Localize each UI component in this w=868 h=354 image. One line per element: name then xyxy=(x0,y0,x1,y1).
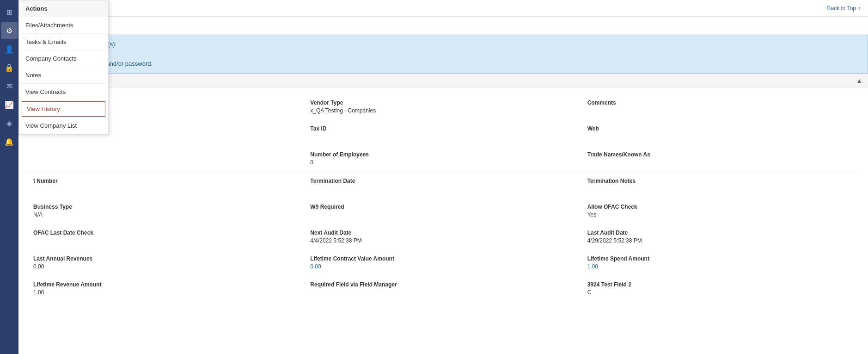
field-value-test-field-2: C xyxy=(587,289,853,296)
person-icon[interactable]: 👤 xyxy=(1,41,18,57)
field-label-term-notes: Termination Notes xyxy=(587,178,853,184)
field-label-num: t Number xyxy=(33,178,299,184)
field-cell-last-annual: Last Annual Revenues 0.00 xyxy=(28,251,305,277)
alert-line1: e following validation message(s): xyxy=(26,40,860,50)
envelope-icon[interactable]: ✉ xyxy=(1,78,18,94)
field-label-next-audit: Next Audit Date xyxy=(310,230,576,236)
field-label-term-date: Termination Date xyxy=(310,178,576,184)
section-header: ▲ xyxy=(18,74,868,87)
field-label-web: Web xyxy=(587,125,853,132)
menu-item-history[interactable]: View History xyxy=(22,101,105,117)
connect-icon[interactable]: ◈ xyxy=(1,115,18,131)
main-content: Company Details Back to Top ↑ Actions fo… xyxy=(18,0,868,354)
menu-item-notes[interactable]: Notes xyxy=(19,67,108,84)
field-label-vendor-type: Vendor Type xyxy=(310,99,576,106)
field-cell-next-audit: Next Audit Date 4/4/2022 5:52:38 PM xyxy=(305,225,581,251)
fields-grid: 2 Vendor Type x_QA Testing - Companies C… xyxy=(28,95,859,303)
field-label-num-employees: Number of Employees xyxy=(310,151,576,158)
field-label-required-field: Required Field via Field Manager xyxy=(310,281,576,288)
field-cell-w9: W9 Required xyxy=(305,199,581,225)
field-value-last-audit: 4/29/2022 5:52:38 PM xyxy=(587,237,853,244)
field-value-lifetime-contract: 0.00 xyxy=(310,263,576,270)
field-cell-num-employees: Number of Employees 0 xyxy=(305,147,581,173)
field-cell-comments: Comments xyxy=(582,95,859,121)
menu-item-contacts[interactable]: Company Contacts xyxy=(19,50,108,67)
field-cell-term-notes: Termination Notes xyxy=(582,173,859,199)
field-cell-ofac-last-date: OFAC Last Date Check xyxy=(28,225,305,251)
field-label-w9: W9 Required xyxy=(310,204,576,210)
field-value-last-annual: 0.00 xyxy=(33,263,299,270)
settings-icon[interactable]: ⚙ xyxy=(1,22,18,39)
field-cell-test-field-2: 3924 Test Field 2 C xyxy=(582,277,859,303)
actions-dropdown-menu: Actions Files/Attachments Tasks & Emails… xyxy=(18,0,109,135)
field-value-business-type: N/A xyxy=(33,211,299,218)
content-area: 2 Vendor Type x_QA Testing - Companies C… xyxy=(18,87,868,354)
field-label-lifetime-contract: Lifetime Contract Value Amount xyxy=(310,255,576,262)
field-cell-vendor-type: Vendor Type x_QA Testing - Companies xyxy=(305,95,581,121)
field-label-lifetime-spend: Lifetime Spend Amount xyxy=(587,255,853,262)
icon-sidebar: ⊞ ⚙ 👤 🔒 ✉ 📈 ◈ 🔔 xyxy=(0,0,18,354)
field-cell-lifetime-contract: Lifetime Contract Value Amount 0.00 xyxy=(305,251,581,277)
field-label-trade-names: Trade Names/Known As xyxy=(587,151,853,158)
alert-line2: t Box is missing a value xyxy=(26,50,860,59)
field-label-last-annual: Last Annual Revenues xyxy=(33,255,299,262)
field-label-comments: Comments xyxy=(587,99,853,106)
menu-item-contracts[interactable]: View Contracts xyxy=(19,84,108,100)
field-cell-tax-id: Tax ID xyxy=(305,121,581,147)
field-cell-last-audit: Last Audit Date 4/29/2022 5:52:38 PM xyxy=(582,225,859,251)
field-value-ofac-check: Yes xyxy=(587,211,853,218)
field-label-last-audit: Last Audit Date xyxy=(587,230,853,236)
field-value-lifetime-revenue: 1.00 xyxy=(33,289,299,296)
chevron-up-icon[interactable]: ▲ xyxy=(856,77,862,84)
menu-item-company-list[interactable]: View Company List xyxy=(19,118,108,134)
alert-icon[interactable]: 🔔 xyxy=(1,133,18,150)
field-cell-business-type: Business Type N/A xyxy=(28,199,305,225)
field-cell-ofac-check: Allow OFAC Check Yes xyxy=(582,199,859,225)
actions-bar: Actions for this Record xyxy=(18,17,868,35)
chart-icon[interactable]: 📈 xyxy=(1,96,18,113)
top-bar: Company Details Back to Top ↑ xyxy=(18,0,868,17)
field-label-tax-id: Tax ID xyxy=(310,125,576,132)
alert-line3: t(s) missing email, username, and/or pas… xyxy=(26,59,860,69)
field-cell-web: Web xyxy=(582,121,859,147)
dropdown-header: Actions xyxy=(19,0,108,17)
menu-item-files[interactable]: Files/Attachments xyxy=(19,17,108,34)
field-cell-num: t Number xyxy=(28,173,305,199)
field-value-num-employees: 0 xyxy=(310,159,576,166)
up-arrow-icon: ↑ xyxy=(858,5,861,12)
field-cell-trade-names: Trade Names/Known As xyxy=(582,147,859,173)
grid-icon[interactable]: ⊞ xyxy=(1,4,18,20)
back-to-top-label: Back to Top xyxy=(827,5,856,12)
validation-alert: e following validation message(s): t Box… xyxy=(18,35,868,74)
field-cell-required-field: Required Field via Field Manager xyxy=(305,277,581,303)
field-cell-lifetime-spend: Lifetime Spend Amount 1.00 xyxy=(582,251,859,277)
field-cell-term-date: Termination Date xyxy=(305,173,581,199)
field-label-ofac-last-date: OFAC Last Date Check xyxy=(33,230,299,236)
field-value-vendor-type: x_QA Testing - Companies xyxy=(310,107,576,114)
field-label-business-type: Business Type xyxy=(33,204,299,210)
field-label-lifetime-revenue: Lifetime Revenue Amount xyxy=(33,281,299,288)
field-cell-lifetime-revenue: Lifetime Revenue Amount 1.00 xyxy=(28,277,305,303)
menu-item-tasks[interactable]: Tasks & Emails xyxy=(19,34,108,50)
back-to-top-button[interactable]: Back to Top ↑ xyxy=(827,5,861,12)
lock-icon[interactable]: 🔒 xyxy=(1,59,18,76)
field-label-ofac-check: Allow OFAC Check xyxy=(587,204,853,210)
field-label-test-field-2: 3924 Test Field 2 xyxy=(587,281,853,288)
field-value-next-audit: 4/4/2022 5:52:38 PM xyxy=(310,237,576,244)
field-cell-empty2 xyxy=(28,147,305,173)
field-value-lifetime-spend: 1.00 xyxy=(587,263,853,270)
